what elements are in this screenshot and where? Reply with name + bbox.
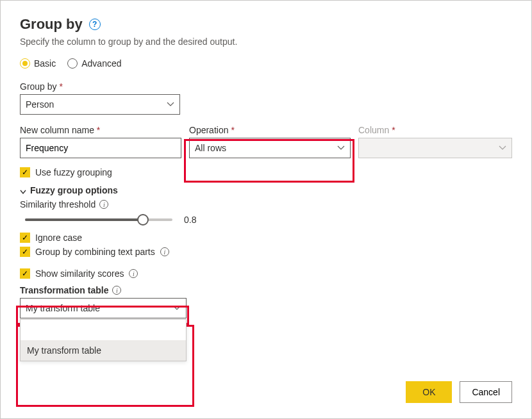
trans-table-dropdown: My transform table <box>20 319 187 361</box>
operation-select[interactable]: All rows <box>189 138 351 158</box>
threshold-slider[interactable] <box>25 213 172 226</box>
column-select <box>358 138 512 158</box>
fuzzy-options-toggle[interactable]: Fuzzy group options <box>20 185 512 195</box>
radio-empty-icon <box>67 58 78 69</box>
threshold-value: 0.8 <box>184 215 196 225</box>
radio-basic[interactable]: Basic <box>20 58 56 69</box>
checkmark-icon: ✓ <box>20 247 30 257</box>
show-scores-checkbox[interactable]: ✓ Show similarity scores i <box>20 268 512 279</box>
column-label: Column * <box>358 125 512 135</box>
radio-advanced-label: Advanced <box>81 58 121 69</box>
trans-table-label: Transformation table <box>20 285 108 295</box>
new-column-label: New column name * <box>20 125 181 135</box>
chevron-down-icon <box>337 144 345 152</box>
use-fuzzy-checkbox[interactable]: ✓ Use fuzzy grouping <box>20 167 512 177</box>
radio-advanced[interactable]: Advanced <box>67 58 121 69</box>
slider-thumb[interactable] <box>137 214 149 226</box>
chevron-down-icon <box>173 304 181 312</box>
radio-dot-icon <box>20 58 30 69</box>
cancel-button[interactable]: Cancel <box>460 381 512 403</box>
ignore-case-label: Ignore case <box>35 233 82 243</box>
info-icon[interactable]: i <box>112 286 121 295</box>
aggregation-row: New column name * Operation * All rows C… <box>20 125 512 158</box>
group-by-label: Group by * <box>20 81 180 92</box>
group-by-select[interactable]: Person <box>20 94 180 115</box>
chevron-down-icon <box>499 144 506 152</box>
info-icon[interactable]: i <box>160 247 169 256</box>
info-icon[interactable]: i <box>99 200 108 209</box>
info-icon[interactable]: i <box>129 269 138 278</box>
threshold-label: Similarity threshold <box>20 199 96 210</box>
dialog-subtitle: Specify the column to group by and the d… <box>20 37 512 47</box>
dropdown-item-my-transform[interactable]: My transform table <box>21 340 186 361</box>
help-icon[interactable]: ? <box>89 19 101 30</box>
dropdown-item-blank[interactable] <box>21 320 186 340</box>
show-scores-label: Show similarity scores <box>35 268 124 279</box>
chevron-down-icon <box>20 187 26 193</box>
dialog-title: Group by <box>20 16 83 33</box>
operation-label: Operation * <box>189 125 351 135</box>
chevron-down-icon <box>167 101 174 108</box>
group-by-value: Person <box>26 99 54 110</box>
use-fuzzy-label: Use fuzzy grouping <box>35 167 112 177</box>
group-by-dialog: Group by ? Specify the column to group b… <box>0 0 532 419</box>
operation-value: All rows <box>195 143 226 153</box>
radio-basic-label: Basic <box>34 58 56 69</box>
combine-parts-label: Group by combining text parts <box>35 247 155 257</box>
checkmark-icon: ✓ <box>20 233 30 243</box>
checkmark-icon: ✓ <box>20 167 30 177</box>
checkmark-icon: ✓ <box>20 268 30 279</box>
combine-parts-checkbox[interactable]: ✓ Group by combining text parts i <box>20 247 512 257</box>
ignore-case-checkbox[interactable]: ✓ Ignore case <box>20 233 512 243</box>
slider-fill <box>25 218 143 221</box>
mode-radio-group: Basic Advanced <box>20 58 512 69</box>
trans-table-select[interactable]: My transform table <box>20 298 187 318</box>
trans-table-value: My transform table <box>26 303 100 313</box>
fuzzy-options-label: Fuzzy group options <box>30 185 118 195</box>
new-column-input[interactable] <box>20 138 181 158</box>
ok-button[interactable]: OK <box>406 381 452 403</box>
